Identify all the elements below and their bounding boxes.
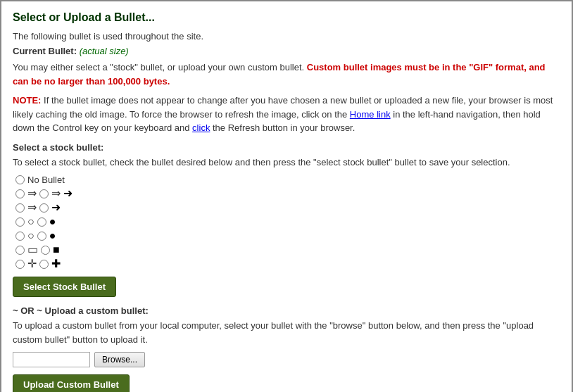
bullet-sym-5b: ■	[53, 244, 60, 255]
bullet-radio-2b[interactable]	[39, 203, 49, 213]
bullet-sym-4a: ○	[27, 230, 34, 241]
upload-custom-button[interactable]: Upload Custom Bullet	[13, 374, 130, 392]
bullet-row-1: ⇒ ⇒ ➜	[15, 188, 560, 199]
bullet-radio-6b[interactable]	[39, 260, 49, 269]
bullet-sym-1b: ⇒	[51, 188, 61, 199]
select-stock-button[interactable]: Select Stock Bullet	[13, 277, 116, 297]
no-bullet-label: No Bullet	[27, 175, 65, 185]
bullet-sym-1c: ➜	[63, 188, 73, 199]
bullet-row-2: ⇒ ➜	[15, 202, 560, 213]
current-bullet-value: (actual size)	[80, 46, 129, 56]
bullet-radio-5b[interactable]	[41, 246, 50, 255]
bullet-sym-1a: ⇒	[27, 188, 37, 199]
note-label: NOTE:	[13, 95, 41, 106]
bullet-radio-1[interactable]	[15, 189, 25, 198]
bullet-radio-3b[interactable]	[37, 217, 46, 227]
bullet-row-3: ○ ●	[15, 216, 560, 227]
bullet-row-5: ▭ ■	[15, 244, 560, 255]
current-bullet-label: Current Bullet:	[13, 46, 77, 56]
bullet-radio-4b[interactable]	[37, 232, 46, 241]
bullet-row-0: No Bullet	[15, 175, 560, 185]
info-text: You may either select a "stock" bullet, …	[13, 61, 560, 88]
note-box: NOTE: If the bullet image does not appea…	[13, 94, 560, 135]
stock-section-header: Select a stock bullet:	[13, 142, 560, 153]
file-input-display	[13, 352, 90, 367]
or-section: ~ OR ~ Upload a custom bullet: To upload…	[13, 305, 560, 392]
bullet-radio-4[interactable]	[15, 232, 25, 241]
bullet-radio-1b[interactable]	[39, 189, 49, 198]
bullet-sym-2b: ➜	[51, 202, 61, 213]
upload-desc: To upload a custom bullet from your loca…	[13, 319, 560, 346]
bullet-radio-2[interactable]	[15, 203, 25, 213]
bullet-sym-2a: ⇒	[27, 202, 37, 213]
stock-section-desc: To select a stock bullet, check the bull…	[13, 156, 560, 170]
bullet-row-4: ○ ●	[15, 230, 560, 241]
home-link[interactable]: Home link	[350, 109, 391, 120]
bullet-sym-5a: ▭	[27, 244, 38, 255]
browse-button[interactable]: Browse...	[94, 352, 145, 367]
bullet-options: No Bullet ⇒ ⇒ ➜ ⇒ ➜ ○ ● ○ ●	[13, 175, 560, 270]
description-text: The following bullet is used throughout …	[13, 31, 560, 42]
main-window: Select or Upload a Bullet... The followi…	[0, 0, 573, 392]
or-label: ~ OR ~ Upload a custom bullet:	[13, 305, 560, 316]
page-title: Select or Upload a Bullet...	[13, 11, 560, 24]
current-bullet-line: Current Bullet: (actual size)	[13, 46, 560, 56]
bullet-radio-6[interactable]	[15, 260, 25, 269]
refresh-link[interactable]: click	[192, 122, 210, 133]
bullet-row-6: ✛ ✚	[15, 258, 560, 270]
bullet-sym-3a: ○	[27, 216, 34, 227]
bullet-radio-0[interactable]	[15, 175, 25, 184]
bullet-radio-5[interactable]	[15, 246, 25, 255]
bullet-sym-3b: ●	[49, 216, 56, 227]
bullet-radio-3[interactable]	[15, 217, 25, 227]
bullet-sym-4b: ●	[49, 230, 56, 241]
bullet-sym-6b: ✚	[51, 258, 61, 270]
upload-row: Browse...	[13, 352, 560, 367]
bullet-sym-6a: ✛	[27, 258, 37, 270]
